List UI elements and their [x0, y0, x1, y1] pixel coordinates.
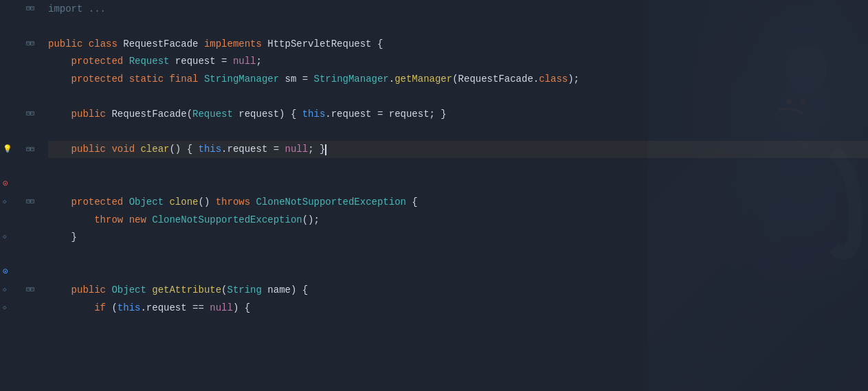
code-token — [48, 282, 71, 298]
code-token: public — [48, 36, 82, 52]
fold-button[interactable]: ⊟ — [26, 284, 34, 295]
code-token: public — [71, 142, 106, 157]
code-token: } — [48, 230, 77, 245]
code-line: public class RequestFacade implements Ht… — [48, 35, 868, 53]
code-line: public Object getAttribute(String name) … — [48, 282, 868, 300]
code-token: HttpServletRequest { — [262, 36, 383, 52]
code-token — [48, 142, 71, 157]
code-token: final — [169, 71, 198, 87]
code-line: } — [48, 229, 868, 247]
code-line: protected Object clone() throws CloneNot… — [48, 194, 868, 212]
line-gutter: ⊟⊟⊟💡⊟⊙◇⊟◇⊙◇⊟◇ — [0, 0, 41, 391]
gutter-row — [0, 18, 41, 36]
gutter-row: ⊙ — [0, 176, 41, 194]
code-token: public — [71, 107, 106, 122]
code-token: this — [198, 142, 221, 157]
code-token: () — [198, 194, 215, 210]
bulb-icon: 💡 — [3, 144, 12, 156]
code-line: protected static final StringManager sm … — [48, 70, 868, 88]
code-token — [48, 194, 71, 210]
code-token: null — [285, 142, 309, 157]
code-token: if — [94, 300, 106, 315]
code-token — [48, 107, 71, 122]
code-token: ; — [256, 54, 261, 69]
code-line: import ... — [48, 0, 868, 18]
code-token: StringManager — [314, 71, 389, 87]
gutter-row: 💡⊟ — [0, 141, 41, 159]
code-token — [48, 71, 71, 87]
code-line — [48, 158, 868, 176]
gutter-row: ⊙ — [0, 264, 41, 282]
code-token: Object — [111, 282, 146, 298]
code-line — [48, 246, 868, 264]
code-line: protected Request request = null; — [48, 53, 868, 71]
code-token — [82, 36, 88, 52]
code-token: ; } — [308, 142, 325, 157]
gutter-row: ⊟ — [0, 35, 41, 53]
code-line — [48, 264, 868, 282]
code-token: getManager — [394, 71, 452, 87]
code-line: public void clear() { this.request = nul… — [48, 141, 868, 159]
fold-button[interactable]: ⊟ — [26, 197, 34, 208]
code-token: clone — [169, 194, 198, 210]
code-token: .request == — [140, 300, 210, 315]
code-token: static — [129, 71, 164, 87]
code-token: .request = — [221, 142, 285, 157]
code-token: Request — [192, 107, 233, 122]
code-token: import ... — [48, 1, 106, 16]
code-token — [48, 300, 94, 315]
code-token: clear — [140, 142, 169, 157]
code-token — [123, 54, 129, 69]
code-token: Request — [129, 54, 170, 69]
fold-button[interactable]: ⊟ — [26, 38, 34, 49]
code-line — [48, 18, 868, 36]
gutter-row: ◇⊟ — [0, 282, 41, 300]
fold-button[interactable]: ⊟ — [26, 144, 34, 155]
code-token: throw — [94, 212, 123, 227]
code-token: ) { — [233, 300, 250, 315]
code-token — [198, 71, 203, 87]
code-token: ); — [568, 71, 579, 87]
fold-button[interactable]: ⊟ — [26, 3, 34, 14]
code-token: () { — [169, 142, 198, 157]
code-token: CloneNotSupportedException — [152, 212, 302, 227]
code-token: null — [233, 54, 256, 69]
code-line — [48, 88, 868, 106]
code-line — [48, 176, 868, 194]
code-token: request = — [169, 54, 232, 69]
diamond-icon: ◇ — [3, 232, 6, 242]
code-token: RequestFacade — [118, 36, 204, 52]
gutter-row: ◇ — [0, 229, 41, 247]
code-token: ( — [106, 300, 118, 315]
code-area: import ... public class RequestFacade im… — [41, 0, 868, 391]
code-token: protected — [71, 71, 124, 87]
code-token — [106, 282, 111, 298]
code-token: { — [406, 194, 418, 210]
code-token: getAttribute — [152, 282, 221, 298]
code-token — [146, 212, 152, 227]
code-line: public RequestFacade(Request request) { … — [48, 106, 868, 124]
code-token: CloneNotSupportedException — [256, 194, 406, 210]
code-token: this — [118, 300, 141, 315]
code-token: null — [210, 300, 233, 315]
code-token — [123, 71, 129, 87]
diamond-icon: ◇ — [3, 303, 6, 313]
diamond-icon: ◇ — [3, 285, 6, 295]
fold-button[interactable]: ⊟ — [26, 109, 34, 120]
gutter-row — [0, 246, 41, 264]
text-cursor — [325, 144, 326, 155]
code-token: . — [389, 71, 394, 87]
gutter-row: ◇ — [0, 299, 41, 317]
gutter-row — [0, 70, 41, 88]
code-token: request) { — [233, 107, 302, 122]
code-token — [48, 212, 94, 227]
code-line: throw new CloneNotSupportedException(); — [48, 211, 868, 229]
code-token: class — [539, 71, 568, 87]
code-token: implements — [204, 36, 262, 52]
code-token: protected — [71, 54, 124, 69]
code-token — [250, 194, 256, 210]
code-token: protected — [71, 194, 124, 210]
code-token: (); — [302, 212, 320, 227]
code-token — [164, 71, 169, 87]
code-token — [123, 212, 129, 227]
